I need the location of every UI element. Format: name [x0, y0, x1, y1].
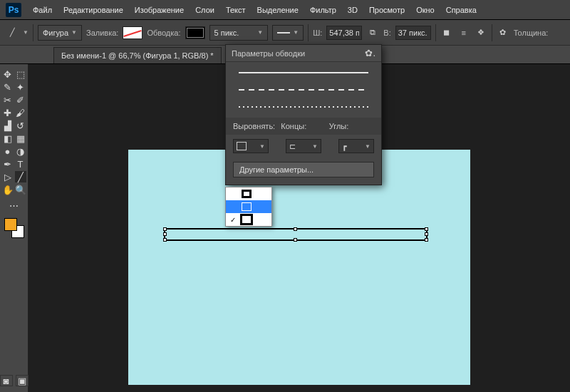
- stroke-options-popover: Параметры обводки ✿. Выровнять: Концы: У…: [225, 44, 382, 185]
- menu-edit[interactable]: Редактирование: [58, 0, 129, 20]
- corners-label: Углы:: [329, 122, 374, 130]
- color-swatches[interactable]: [4, 218, 24, 238]
- stroke-width-select[interactable]: 5 пикс.▼: [209, 25, 269, 41]
- align-dropdown: ✓: [225, 187, 272, 227]
- eraser-tool-icon[interactable]: ◧: [2, 133, 14, 144]
- gear-icon[interactable]: ✿.: [365, 48, 375, 58]
- history-brush-icon[interactable]: ↺: [15, 120, 26, 131]
- foreground-swatch[interactable]: [4, 218, 17, 231]
- pen-tool-icon[interactable]: ✒: [2, 158, 14, 170]
- stroke-preset-dotted[interactable]: [239, 106, 368, 108]
- wand-tool-icon[interactable]: ✦: [15, 81, 26, 93]
- stamp-tool-icon[interactable]: ▟: [2, 120, 14, 131]
- menu-select[interactable]: Выделение: [252, 0, 304, 20]
- brush-tool-icon[interactable]: 🖌: [15, 107, 26, 118]
- menu-view[interactable]: Просмотр: [363, 0, 410, 20]
- line-tool-icon: ╱: [6, 26, 19, 39]
- align-label: Выровнять:: [233, 122, 278, 130]
- align-select[interactable]: ▼: [233, 139, 269, 153]
- link-wh-icon[interactable]: ⧉: [366, 26, 379, 39]
- quickmask-icon[interactable]: ◙: [0, 375, 13, 386]
- caps-select[interactable]: ⊏▼: [286, 139, 321, 153]
- menu-image[interactable]: Изображение: [129, 0, 190, 20]
- line-shape[interactable]: [164, 228, 428, 241]
- arrange-icon[interactable]: ❖: [475, 26, 487, 39]
- screenmode-icon[interactable]: ▣: [16, 375, 28, 386]
- align-option-inside[interactable]: [226, 187, 271, 200]
- app-logo: Ps: [6, 3, 21, 17]
- tool-mode-select[interactable]: Фигура▼: [38, 25, 82, 41]
- chevron-down-icon[interactable]: ▼: [23, 29, 28, 36]
- marquee-tool-icon[interactable]: ⬚: [15, 68, 26, 80]
- crop-tool-icon[interactable]: ✂: [2, 94, 14, 105]
- height-input[interactable]: [395, 26, 431, 40]
- stroke-preset-solid[interactable]: [239, 72, 368, 73]
- screen-mode-group: ◙ ▣: [0, 375, 28, 386]
- stroke-style-select[interactable]: ▼: [272, 25, 304, 41]
- width-label: Ш:: [313, 29, 322, 37]
- menu-window[interactable]: Окно: [410, 0, 440, 20]
- fill-swatch[interactable]: [123, 26, 142, 39]
- corners-select[interactable]: ┏▼: [338, 139, 374, 153]
- heal-tool-icon[interactable]: ✚: [2, 107, 14, 118]
- width-input[interactable]: [326, 26, 362, 40]
- type-tool-icon[interactable]: T: [15, 158, 26, 170]
- move-tool-icon[interactable]: ✥: [2, 68, 14, 80]
- eyedropper-tool-icon[interactable]: ✐: [15, 94, 26, 105]
- zoom-tool-icon[interactable]: 🔍: [15, 184, 26, 195]
- blur-tool-icon[interactable]: ●: [2, 145, 14, 157]
- stroke-swatch[interactable]: [185, 26, 205, 39]
- more-tools-icon[interactable]: ⋯: [9, 200, 20, 211]
- stroke-label: Обводка:: [147, 29, 180, 37]
- options-bar: ╱ ▼ Фигура▼ Заливка: Обводка: 5 пикс.▼ ▼…: [0, 20, 570, 46]
- align-option-outside[interactable]: ✓: [226, 213, 271, 226]
- menubar: Ps Файл Редактирование Изображение Слои …: [0, 0, 570, 20]
- gradient-tool-icon[interactable]: ▦: [15, 133, 26, 144]
- menu-layers[interactable]: Слои: [190, 0, 220, 20]
- menu-help[interactable]: Справка: [440, 0, 482, 20]
- document-tab[interactable]: Без имени-1 @ 66,7% (Фигура 1, RGB/8) *: [53, 47, 222, 63]
- weight-label: Толщина:: [514, 29, 549, 37]
- line-shape-tool-icon[interactable]: ╱: [15, 171, 26, 182]
- align-icon[interactable]: ≡: [457, 26, 470, 39]
- dodge-tool-icon[interactable]: ◑: [15, 145, 26, 157]
- gear-icon[interactable]: ✿: [497, 26, 509, 39]
- popover-title: Параметры обводки: [232, 49, 305, 58]
- path-select-icon[interactable]: ▷: [2, 171, 14, 182]
- lasso-tool-icon[interactable]: ✎: [2, 81, 14, 93]
- hand-tool-icon[interactable]: ✋: [2, 184, 14, 195]
- stroke-preset-dashed[interactable]: [239, 89, 368, 91]
- tools-panel: ✥⬚ ✎✦ ✂✐ ✚🖌 ▟↺ ◧▦ ●◑ ✒T ▷╱ ✋🔍 ⋯ ◙ ▣: [0, 64, 28, 392]
- align-option-center[interactable]: [226, 200, 271, 213]
- menu-3d[interactable]: 3D: [342, 0, 363, 20]
- menu-filter[interactable]: Фильтр: [304, 0, 342, 20]
- height-label: В:: [383, 29, 390, 37]
- menu-text[interactable]: Текст: [220, 0, 252, 20]
- pathop-icon[interactable]: ◼: [440, 26, 453, 39]
- caps-label: Концы:: [281, 122, 326, 130]
- menu-file[interactable]: Файл: [27, 0, 58, 20]
- more-options-button[interactable]: Другие параметры...: [233, 162, 374, 177]
- fill-label: Заливка:: [86, 29, 118, 37]
